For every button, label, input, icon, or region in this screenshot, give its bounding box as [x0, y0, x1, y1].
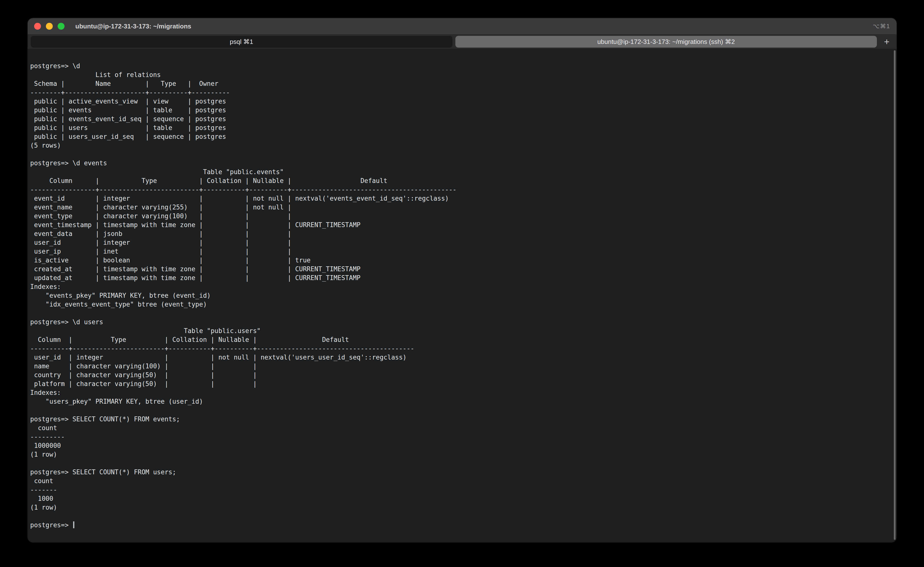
- new-tab-button[interactable]: +: [880, 36, 894, 48]
- window-titlebar[interactable]: ubuntu@ip-172-31-3-173: ~/migrations ⌥⌘1: [28, 18, 897, 34]
- terminal-output: postgres=> \d List of relations Schema |…: [30, 62, 897, 530]
- tab-psql[interactable]: psql ⌘1: [31, 36, 452, 48]
- close-button[interactable]: [34, 23, 41, 30]
- tab-ssh-migrations[interactable]: ubuntu@ip-172-31-3-173: ~/migrations (ss…: [455, 36, 877, 48]
- minimize-button[interactable]: [46, 23, 53, 30]
- shell-prompt: postgres=>: [30, 521, 72, 529]
- terminal-window: ubuntu@ip-172-31-3-173: ~/migrations ⌥⌘1…: [28, 18, 897, 542]
- tab-bar: psql ⌘1 ubuntu@ip-172-31-3-173: ~/migrat…: [28, 34, 897, 49]
- zoom-button[interactable]: [58, 23, 65, 30]
- titlebar-shortcut-label: ⌥⌘1: [873, 23, 890, 30]
- terminal-content-area[interactable]: postgres=> \d List of relations Schema |…: [28, 49, 897, 542]
- text-cursor: [73, 521, 74, 528]
- terminal-scrollback: postgres=> \d List of relations Schema |…: [30, 62, 457, 511]
- scrollbar-thumb[interactable]: [894, 50, 895, 540]
- traffic-lights: [34, 23, 65, 30]
- window-title: ubuntu@ip-172-31-3-173: ~/migrations: [75, 22, 191, 30]
